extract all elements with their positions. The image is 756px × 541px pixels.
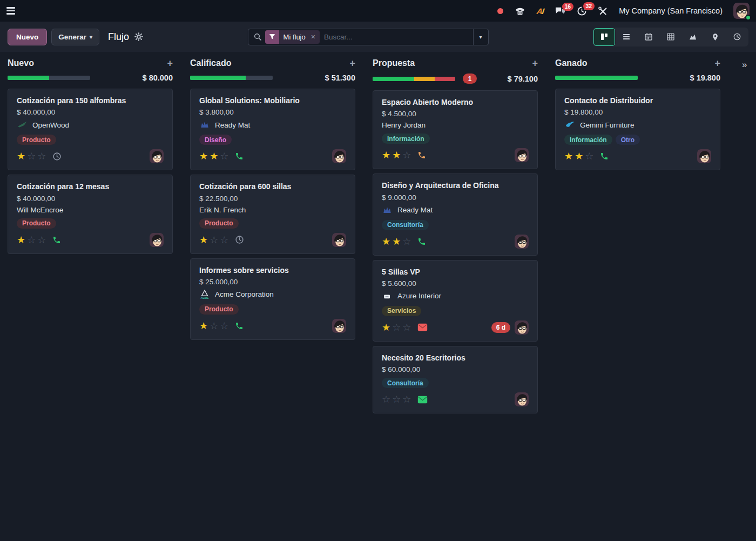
star-empty-icon[interactable]: ☆ [37,235,46,245]
column-title[interactable]: Propuesta [373,58,415,68]
priority-stars[interactable]: ★★☆ [564,151,593,161]
column-title[interactable]: Nuevo [8,58,34,68]
column-progressbar[interactable] [373,77,455,81]
view-map-button[interactable] [704,28,726,46]
phone-activity-icon[interactable] [52,236,61,244]
search-facet[interactable]: Mi flujo × [265,30,320,44]
apps-menu-icon[interactable] [6,7,17,15]
star-empty-icon[interactable]: ☆ [210,321,218,331]
star-empty-icon[interactable]: ☆ [382,395,390,404]
user-avatar[interactable] [733,3,750,19]
star-filled-icon[interactable]: ★ [210,151,218,161]
salesperson-avatar[interactable] [150,233,164,247]
star-empty-icon[interactable]: ☆ [402,237,411,246]
salesperson-avatar[interactable] [332,149,346,163]
salesperson-avatar[interactable] [332,319,346,333]
star-empty-icon[interactable]: ☆ [392,323,401,332]
phone-activity-icon[interactable] [235,152,244,161]
phone-activity-icon[interactable] [600,152,609,161]
company-name[interactable]: My Company (San Francisco) [619,6,723,15]
salesperson-avatar[interactable] [515,235,529,249]
fold-column-chevron[interactable]: » [742,59,747,70]
recording-indicator-icon[interactable] [497,8,503,14]
kanban-card[interactable]: Necesito 20 Escritorios $ 60.000,00 Cons… [373,346,538,413]
star-filled-icon[interactable]: ★ [199,151,208,161]
kanban-card[interactable]: Contacto de Distribuidor $ 19.800,00 Gem… [555,89,720,170]
priority-stars[interactable]: ★☆☆ [382,323,411,332]
add-record-icon[interactable]: + [349,58,355,68]
kanban-card[interactable]: Global Solutions: Mobiliario $ 3.800,00 … [190,89,355,170]
voip-phone-icon[interactable] [514,6,526,16]
messages-icon[interactable]: 16 [555,6,566,16]
column-title[interactable]: Ganado [555,58,588,68]
star-empty-icon[interactable]: ☆ [220,151,228,161]
star-empty-icon[interactable]: ☆ [27,151,36,161]
new-button[interactable]: Nuevo [8,29,47,45]
star-filled-icon[interactable]: ★ [382,323,390,332]
view-list-button[interactable] [616,28,637,46]
star-empty-icon[interactable]: ☆ [220,235,228,245]
salesperson-avatar[interactable] [515,392,529,406]
view-graph-button[interactable] [682,28,704,46]
star-filled-icon[interactable]: ★ [564,151,573,161]
view-kanban-button[interactable] [593,28,615,46]
star-empty-icon[interactable]: ☆ [402,323,411,332]
kanban-card[interactable]: Cotización para 600 sillas $ 22.500,00 E… [190,175,355,253]
star-empty-icon[interactable]: ☆ [402,150,411,160]
generate-button[interactable]: Generar ▾ [51,29,99,45]
add-record-icon[interactable]: + [167,58,173,68]
ai-assistant-icon[interactable]: AI [537,6,544,16]
kanban-card[interactable]: Cotización para 12 mesas $ 40.000,00 Wil… [8,175,173,253]
phone-activity-icon[interactable] [417,151,426,159]
kanban-card[interactable]: 5 Sillas VP $ 5.600,00 Azure Interior Se… [373,260,538,342]
envelope-activity-icon[interactable] [417,323,428,331]
column-counter-badge[interactable]: 1 [463,74,477,84]
star-filled-icon[interactable]: ★ [199,235,208,245]
salesperson-avatar[interactable] [150,149,164,163]
activities-icon[interactable]: 32 [577,6,587,16]
star-empty-icon[interactable]: ☆ [210,235,218,245]
priority-stars[interactable]: ★★☆ [382,150,411,160]
clock-activity-icon[interactable] [235,235,244,244]
salesperson-avatar[interactable] [515,320,529,335]
priority-stars[interactable]: ★☆☆ [199,321,228,331]
add-record-icon[interactable]: + [714,58,720,68]
star-empty-icon[interactable]: ☆ [402,395,411,404]
salesperson-avatar[interactable] [515,148,529,162]
column-title[interactable]: Calificado [190,58,231,68]
salesperson-avatar[interactable] [332,233,346,247]
priority-stars[interactable]: ★☆☆ [17,235,46,245]
star-filled-icon[interactable]: ★ [382,237,390,246]
column-progressbar[interactable] [190,76,273,80]
phone-activity-icon[interactable] [235,322,244,330]
facet-close-icon[interactable]: × [310,32,320,41]
kanban-card[interactable]: Cotización para 150 alfombras $ 40.000,0… [8,89,173,170]
phone-activity-icon[interactable] [417,237,426,246]
star-empty-icon[interactable]: ☆ [27,235,36,245]
search-bar[interactable]: Mi flujo × ▾ [248,29,489,45]
column-progressbar[interactable] [8,76,90,80]
view-pivot-button[interactable] [660,28,681,46]
priority-stars[interactable]: ★★☆ [382,237,411,246]
star-empty-icon[interactable]: ☆ [220,321,228,331]
star-empty-icon[interactable]: ☆ [392,395,401,404]
clock-activity-icon[interactable] [52,152,62,161]
star-empty-icon[interactable]: ☆ [585,151,593,161]
priority-stars[interactable]: ☆☆☆ [382,395,411,404]
search-input[interactable] [320,33,473,41]
star-filled-icon[interactable]: ★ [17,151,25,161]
kanban-card[interactable]: Espacio Abierto Moderno $ 4.500,00 Henry… [373,90,538,169]
salesperson-avatar[interactable] [697,149,711,163]
star-filled-icon[interactable]: ★ [392,237,401,246]
star-filled-icon[interactable]: ★ [199,321,208,331]
star-filled-icon[interactable]: ★ [392,150,401,160]
kanban-card[interactable]: Diseño y Arquitectura de Oficina $ 9.000… [373,173,538,255]
column-progressbar[interactable] [555,76,638,80]
view-activity-button[interactable] [726,28,748,46]
tools-icon[interactable] [598,6,608,16]
view-calendar-button[interactable] [638,28,659,46]
star-filled-icon[interactable]: ★ [17,235,25,245]
search-options-toggle[interactable]: ▾ [473,29,488,45]
priority-stars[interactable]: ★☆☆ [199,235,228,245]
star-empty-icon[interactable]: ☆ [37,151,46,161]
